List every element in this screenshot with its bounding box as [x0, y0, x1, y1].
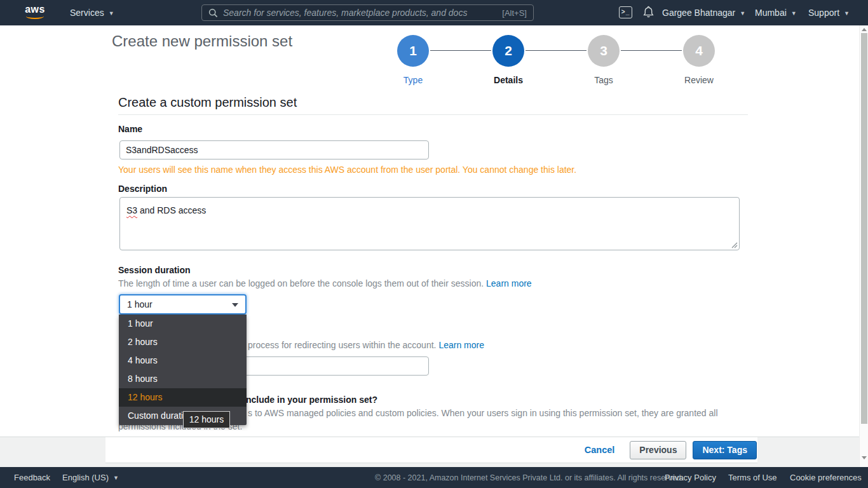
session-duration-helper-text: The length of time a user can be logged …: [118, 278, 486, 288]
description-label: Description: [118, 184, 167, 194]
name-label: Name: [118, 124, 142, 134]
chevron-down-icon: [232, 303, 238, 307]
support-menu[interactable]: Support▼: [808, 8, 850, 18]
search-input[interactable]: [223, 8, 502, 18]
terms-of-use-link[interactable]: Terms of Use: [728, 473, 777, 482]
page-title: Create new permission set: [112, 32, 292, 50]
previous-button[interactable]: Previous: [630, 441, 686, 459]
selected-option: 1 hour: [127, 299, 153, 309]
cloudshell-button[interactable]: >_: [619, 6, 632, 18]
chevron-down-icon: ▼: [109, 10, 114, 17]
session-duration-learn-more-link[interactable]: Learn more: [486, 278, 532, 288]
dropdown-option-4-hours[interactable]: 4 hours: [119, 351, 247, 370]
search-shortcut: [Alt+S]: [502, 8, 527, 18]
action-band: Cancel Previous Next: Tags: [0, 437, 868, 467]
session-duration-label: Session duration: [118, 265, 191, 275]
account-name: Gargee Bhatnagar: [662, 8, 735, 18]
notifications-button[interactable]: [643, 6, 654, 21]
resize-grip-icon[interactable]: [731, 241, 738, 248]
step-label: Tags: [566, 75, 642, 85]
copyright-text: © 2008 - 2021, Amazon Internet Services …: [375, 473, 683, 482]
region-menu[interactable]: Mumbai▼: [755, 8, 797, 18]
section-divider: [118, 114, 748, 115]
relay-state-helper-text: process for redirecting users within the…: [248, 340, 438, 350]
scroll-down-arrow-icon[interactable]: [862, 456, 867, 459]
aws-logo[interactable]: aws: [24, 4, 46, 19]
search-icon: [208, 8, 218, 18]
chevron-down-icon: ▼: [844, 10, 850, 17]
misspelled-word: S3: [126, 205, 137, 215]
account-menu[interactable]: Gargee Bhatnagar▼: [662, 8, 745, 18]
name-input[interactable]: [119, 140, 429, 159]
top-navigation-bar: aws Services▼ [Alt+S] >_ Gargee Bhatnaga…: [0, 0, 868, 25]
privacy-policy-link[interactable]: Privacy Policy: [665, 473, 716, 482]
session-duration-helper: The length of time a user can be logged …: [118, 278, 532, 288]
cancel-link[interactable]: Cancel: [585, 445, 615, 455]
step-circle: 3: [588, 35, 620, 67]
wizard-action-bar: Cancel Previous Next: Tags: [105, 437, 757, 463]
feedback-link[interactable]: Feedback: [14, 473, 50, 482]
step-label: Details: [470, 75, 546, 85]
services-label: Services: [70, 8, 104, 18]
step-tags[interactable]: 3 Tags: [566, 35, 642, 85]
step-details[interactable]: 2 Details: [470, 35, 546, 85]
console-footer: Feedback English (US)▼ © 2008 - 2021, Am…: [0, 467, 868, 488]
step-type[interactable]: 1 Type: [375, 35, 451, 85]
language-menu[interactable]: English (US)▼: [62, 473, 119, 482]
step-circle: 4: [683, 35, 715, 67]
cloudshell-icon: >_: [619, 6, 632, 18]
description-text: and RDS access: [137, 205, 206, 215]
language-label: English (US): [62, 473, 109, 482]
chevron-down-icon: ▼: [791, 10, 797, 17]
services-menu[interactable]: Services▼: [70, 8, 114, 18]
step-label: Type: [375, 75, 451, 85]
section-heading: Create a custom permission set: [118, 95, 297, 110]
session-duration-select[interactable]: 1 hour: [119, 294, 247, 315]
scroll-up-arrow-icon[interactable]: [862, 28, 867, 31]
cookie-preferences-link[interactable]: Cookie preferences: [790, 473, 862, 482]
scrollbar-thumb[interactable]: [861, 33, 867, 424]
dropdown-option-12-hours[interactable]: 12 hours: [119, 388, 247, 407]
description-textarea[interactable]: S3 and RDS access: [119, 197, 740, 250]
step-circle: 1: [397, 35, 429, 67]
support-label: Support: [808, 8, 839, 18]
policies-body-fragment: s to AWS managed policies and custom pol…: [248, 408, 718, 418]
global-search[interactable]: [Alt+S]: [201, 4, 534, 21]
option-tooltip: 12 hours: [183, 411, 230, 428]
step-label: Review: [661, 75, 737, 85]
bell-icon: [643, 6, 654, 18]
policies-heading-fragment: nclude in your permission set?: [246, 395, 377, 405]
next-tags-button[interactable]: Next: Tags: [693, 441, 757, 459]
vertical-scrollbar[interactable]: [859, 25, 868, 467]
relay-state-learn-more-link[interactable]: Learn more: [438, 340, 484, 350]
dropdown-option-2-hours[interactable]: 2 hours: [119, 333, 247, 351]
aws-logo-text: aws: [25, 4, 45, 15]
step-review[interactable]: 4 Review: [661, 35, 737, 85]
dropdown-option-8-hours[interactable]: 8 hours: [119, 370, 247, 388]
dropdown-option-1-hour[interactable]: 1 hour: [119, 315, 247, 333]
step-circle: 2: [492, 35, 524, 67]
region-name: Mumbai: [755, 8, 787, 18]
name-hint: Your users will see this name when they …: [118, 165, 576, 175]
chevron-down-icon: ▼: [113, 475, 119, 481]
relay-state-helper-fragment: process for redirecting users within the…: [248, 340, 484, 350]
chevron-down-icon: ▼: [740, 10, 745, 17]
session-duration-dropdown-menu: 1 hour 2 hours 4 hours 8 hours 12 hours …: [119, 315, 247, 425]
